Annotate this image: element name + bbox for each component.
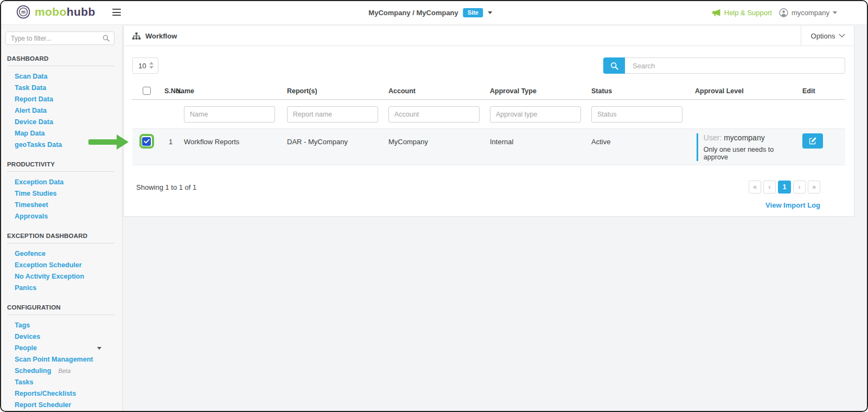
cell-reports: DAR - MyCompany: [283, 129, 385, 165]
section-title: PRODUCTIVITY: [7, 161, 122, 168]
search-button[interactable]: [603, 57, 625, 74]
table-row: 1 Workflow Reports DAR - MyCompany MyCom…: [132, 129, 845, 165]
filter-account-input[interactable]: [388, 106, 480, 123]
search-input[interactable]: [625, 57, 845, 74]
sidebar-filter-input[interactable]: [6, 32, 114, 44]
site-badge: Site: [463, 8, 483, 17]
spinner-arrows-icon[interactable]: [149, 62, 154, 69]
sidebar-item-report-data[interactable]: Report Data: [0, 94, 122, 105]
page-size-selector[interactable]: 10: [132, 57, 158, 74]
sidebar-item-time-studies[interactable]: Time Studies: [0, 188, 122, 199]
arrow-head: [117, 134, 129, 150]
topbar-actions: Help & Support mycompany: [712, 0, 837, 25]
column-header-approval-type[interactable]: Approval Type: [486, 87, 588, 95]
pagination-prev-button[interactable]: ‹: [763, 181, 776, 194]
pagination-next-button[interactable]: ›: [793, 181, 806, 194]
pagination: « ‹ 1 › »: [749, 181, 820, 194]
filter-report-input[interactable]: [287, 106, 378, 123]
sidebar-section-exception-dashboard: EXCEPTION DASHBOARD Geofence Exception S…: [0, 233, 122, 294]
chevron-down-icon: [97, 347, 101, 350]
breadcrumb[interactable]: MyCompany / MyCompany Site: [368, 0, 492, 25]
options-dropdown[interactable]: Options: [801, 26, 854, 46]
workflow-panel: Workflow Options 10: [123, 26, 854, 217]
help-support-link[interactable]: Help & Support: [712, 9, 772, 17]
logo-text-hubb: hubb: [67, 5, 95, 18]
section-title: DASHBOARD: [7, 55, 122, 62]
svg-text:m: m: [21, 9, 25, 15]
sidebar-item-scan-point-management[interactable]: Scan Point Management: [0, 354, 122, 365]
table-toolbar: 10: [132, 57, 845, 74]
panel-title-group: Workflow: [124, 32, 177, 40]
column-header-status[interactable]: Status: [588, 87, 689, 95]
sidebar-item-exception-data[interactable]: Exception Data: [0, 177, 122, 188]
sidebar-item-task-data[interactable]: Task Data: [0, 82, 122, 94]
search-icon: [610, 62, 618, 70]
page-size-value: 10: [138, 62, 146, 70]
sidebar-item-reports-checklists[interactable]: Reports/Checklists: [0, 388, 122, 400]
column-header-reports[interactable]: Report(s): [283, 87, 385, 95]
topbar: m mobohubb MyCompany / MyCompany Site He…: [0, 0, 868, 25]
cell-status: Active: [588, 129, 689, 165]
menu-toggle-icon[interactable]: [112, 9, 121, 18]
sidebar-section-configuration: CONFIGURATION Tags Devices People Scan P…: [0, 304, 122, 411]
arrow-shaft: [88, 139, 117, 145]
sidebar-item-tasks[interactable]: Tasks: [0, 377, 122, 388]
sidebar-item-exception-scheduler[interactable]: Exception Scheduler: [0, 260, 122, 271]
sidebar-item-people[interactable]: People: [0, 343, 122, 354]
user-avatar-icon: [779, 8, 788, 17]
logo-text-mobo: mobo: [35, 5, 67, 18]
brand-logo-icon: m: [16, 5, 30, 19]
sidebar-item-device-data[interactable]: Device Data: [0, 117, 122, 128]
pagination-first-button[interactable]: «: [749, 181, 761, 194]
chevron-down-icon: [488, 11, 492, 14]
pagination-last-button[interactable]: »: [808, 181, 820, 194]
workflow-table: S.No. Name Report(s) Account Approval Ty…: [132, 82, 845, 165]
check-icon: [144, 139, 150, 144]
options-label: Options: [811, 32, 835, 40]
sidebar-item-alert-data[interactable]: Alert Data: [0, 105, 122, 117]
column-header-name[interactable]: Name: [176, 87, 283, 95]
sitemap-icon: [132, 33, 141, 40]
sidebar-item-tags[interactable]: Tags: [0, 320, 122, 331]
help-support-label: Help & Support: [724, 9, 772, 17]
section-title: EXCEPTION DASHBOARD: [7, 233, 122, 239]
sidebar-item-label: People: [15, 343, 37, 354]
sidebar-filter: [5, 31, 114, 45]
breadcrumb-text: MyCompany / MyCompany: [368, 9, 458, 17]
sidebar: DASHBOARD Scan Data Task Data Report Dat…: [0, 25, 123, 412]
sidebar-item-panics[interactable]: Panics: [0, 282, 122, 294]
edit-button[interactable]: [802, 133, 823, 149]
import-log-row: View Import Log: [132, 200, 845, 210]
column-header-sno[interactable]: S.No.: [161, 87, 176, 95]
user-menu[interactable]: mycompany: [779, 8, 837, 17]
filter-approval-type-input[interactable]: [490, 106, 581, 123]
sidebar-item-timesheet[interactable]: Timesheet: [0, 199, 122, 211]
sidebar-item-no-activity-exception[interactable]: No Activity Exception: [0, 271, 122, 282]
pagination-page-1-button[interactable]: 1: [778, 181, 791, 194]
panel-body: 10: [124, 57, 854, 210]
view-import-log-link[interactable]: View Import Log: [765, 201, 820, 209]
table-search: [603, 57, 845, 74]
checkbox-highlight: [139, 134, 154, 149]
brand-logo[interactable]: m mobohubb: [16, 5, 95, 19]
search-icon: [103, 35, 110, 42]
showing-text: Showing 1 to 1 of 1: [136, 183, 196, 191]
chevron-down-icon: [839, 31, 845, 37]
sidebar-item-geofence[interactable]: Geofence: [0, 248, 122, 260]
section-title: CONFIGURATION: [7, 304, 122, 311]
table-filter-row: [132, 100, 845, 129]
sidebar-item-scheduling[interactable]: SchedulingBeta: [0, 365, 122, 377]
filter-status-input[interactable]: [591, 106, 682, 123]
username-label: mycompany: [792, 9, 829, 17]
row-checkbox[interactable]: [142, 137, 151, 146]
column-header-edit: Edit: [795, 87, 846, 95]
sidebar-item-scan-data[interactable]: Scan Data: [0, 71, 122, 82]
sidebar-item-approvals[interactable]: Approvals: [0, 211, 122, 222]
select-all-checkbox[interactable]: [143, 87, 151, 95]
sidebar-item-devices[interactable]: Devices: [0, 331, 122, 343]
column-header-approval-level[interactable]: Approval Level: [689, 87, 795, 95]
filter-name-input[interactable]: [184, 106, 275, 123]
brand-logo-text: mobohubb: [35, 5, 95, 18]
column-header-account[interactable]: Account: [385, 87, 486, 95]
sidebar-item-report-scheduler[interactable]: Report Scheduler: [0, 400, 122, 411]
